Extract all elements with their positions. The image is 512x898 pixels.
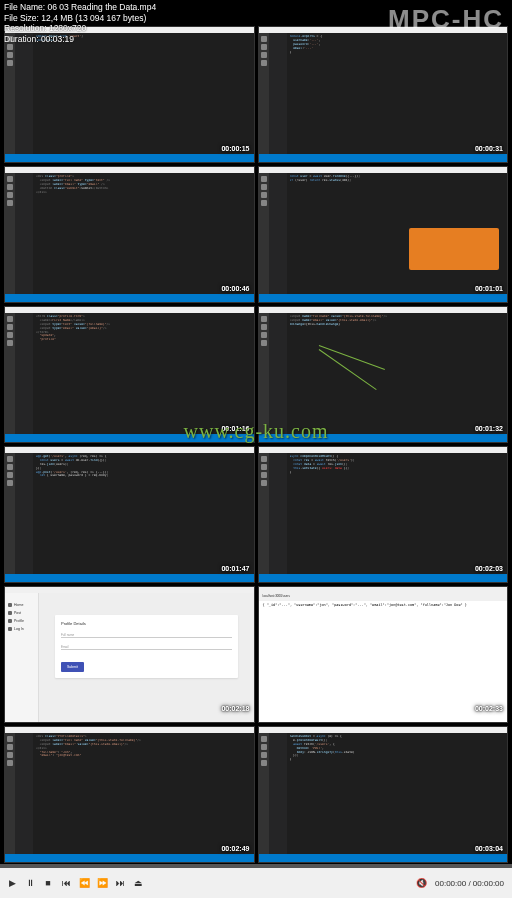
editor-statusbar xyxy=(259,574,508,582)
code-editor: import React from 'react'; const data = … xyxy=(33,33,254,154)
login-icon xyxy=(8,627,12,631)
thumbnail[interactable]: app.get('/users', async (req, res) => { … xyxy=(4,446,255,583)
timestamp: 00:02:33 xyxy=(475,705,503,712)
stop-button[interactable]: ■ xyxy=(40,875,56,891)
step-button[interactable]: ⏏ xyxy=(130,875,146,891)
next-button[interactable]: ⏭ xyxy=(112,875,128,891)
code-editor: <input name="fullname" value="{this.stat… xyxy=(287,313,508,434)
timestamp: 00:02:18 xyxy=(221,705,249,712)
thumbnail[interactable]: Home Post Profile Log In Profile Details… xyxy=(4,586,255,723)
profile-card: Profile Details Full name Email Submit xyxy=(55,615,238,678)
code-editor: <form class="profile-form"> <label>First… xyxy=(33,313,254,434)
address-bar[interactable]: localhost:3000/users xyxy=(259,593,508,601)
timestamp: 00:00:31 xyxy=(475,145,503,152)
thumbnail[interactable]: localhost:3000/users { "_id":"...", "use… xyxy=(258,586,509,723)
code-editor: module.exports = { username:'...', passw… xyxy=(287,33,508,154)
timestamp: 00:01:47 xyxy=(221,565,249,572)
timestamp: 00:01:32 xyxy=(475,425,503,432)
editor-statusbar xyxy=(5,294,254,302)
thumbnail[interactable]: module.exports = { username:'...', passw… xyxy=(258,26,509,163)
timestamp: 00:00:15 xyxy=(221,145,249,152)
editor-sidebar xyxy=(259,33,287,154)
code-editor: app.get('/users', async (req, res) => { … xyxy=(33,453,254,574)
editor-statusbar xyxy=(259,294,508,302)
thumbnail[interactable]: async componentDidMount() { const res = … xyxy=(258,446,509,583)
thumbnail[interactable]: <div class="ProfileDetails"> <input labe… xyxy=(4,726,255,863)
timestamp: 00:00:46 xyxy=(221,285,249,292)
timestamp: 00:03:04 xyxy=(475,845,503,852)
editor-sidebar xyxy=(259,173,287,294)
editor-statusbar xyxy=(259,154,508,162)
post-icon xyxy=(8,611,12,615)
mute-button[interactable]: 🔇 xyxy=(413,875,429,891)
thumbnail-grid: import React from 'react'; const data = … xyxy=(4,26,508,863)
code-editor: <div class="profile"> <input label="Full… xyxy=(33,173,254,294)
timestamp: 00:02:03 xyxy=(475,565,503,572)
submit-button[interactable]: Submit xyxy=(61,662,84,672)
code-editor: handleSubmit = async (e) => { e.preventD… xyxy=(287,733,508,854)
nav-item[interactable]: Post xyxy=(5,609,38,617)
editor-sidebar xyxy=(5,173,33,294)
profile-icon xyxy=(8,619,12,623)
editor-sidebar xyxy=(5,313,33,434)
callout-box xyxy=(409,228,499,270)
main-content: Profile Details Full name Email Submit xyxy=(39,593,254,722)
fwd-button[interactable]: ⏩ xyxy=(94,875,110,891)
timestamp: 00:02:49 xyxy=(221,845,249,852)
time-display: 00:00:00 / 00:00:00 xyxy=(435,879,504,888)
rewind-button[interactable]: ⏪ xyxy=(76,875,92,891)
prev-button[interactable]: ⏮ xyxy=(58,875,74,891)
thumbnail[interactable]: <div class="profile"> <input label="Full… xyxy=(4,166,255,303)
timestamp: 00:01:01 xyxy=(475,285,503,292)
editor-statusbar xyxy=(5,154,254,162)
nav-sidebar: Home Post Profile Log In xyxy=(5,593,39,722)
thumbnail[interactable]: const user = await User.findOne({...}); … xyxy=(258,166,509,303)
editor-statusbar xyxy=(5,574,254,582)
home-icon xyxy=(8,603,12,607)
editor-sidebar xyxy=(259,313,287,434)
code-editor: <div class="ProfileDetails"> <input labe… xyxy=(33,733,254,854)
code-editor: async componentDidMount() { const res = … xyxy=(287,453,508,574)
editor-statusbar xyxy=(259,854,508,862)
thumbnail[interactable]: import React from 'react'; const data = … xyxy=(4,26,255,163)
player-logo: MPC-HC xyxy=(388,4,504,35)
fullname-input[interactable]: Full name xyxy=(61,630,232,638)
editor-sidebar xyxy=(259,453,287,574)
editor-sidebar xyxy=(5,733,33,854)
player-controls: ▶ ⏸ ■ ⏮ ⏪ ⏩ ⏭ ⏏ 🔇 00:00:00 / 00:00:00 xyxy=(0,868,512,898)
nav-item[interactable]: Home xyxy=(5,601,38,609)
editor-statusbar xyxy=(5,854,254,862)
file-metadata: File Name: 06 03 Reading the Data.mp4 Fi… xyxy=(4,2,156,45)
nav-item[interactable]: Log In xyxy=(5,625,38,633)
nav-item[interactable]: Profile xyxy=(5,617,38,625)
editor-sidebar xyxy=(259,733,287,854)
pause-button[interactable]: ⏸ xyxy=(22,875,38,891)
editor-sidebar xyxy=(5,33,33,154)
thumbnail[interactable]: handleSubmit = async (e) => { e.preventD… xyxy=(258,726,509,863)
email-input[interactable]: Email xyxy=(61,642,232,650)
watermark: www.cg-ku.com xyxy=(183,420,328,443)
card-title: Profile Details xyxy=(61,621,232,626)
response-body: { "_id":"...", "username":"jon", "passwo… xyxy=(259,601,508,722)
editor-sidebar xyxy=(5,453,33,574)
play-button[interactable]: ▶ xyxy=(4,875,20,891)
